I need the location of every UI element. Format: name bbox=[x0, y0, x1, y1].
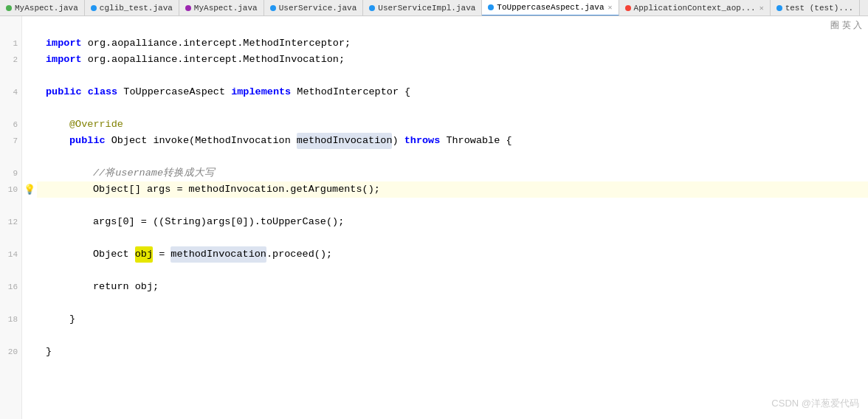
code-text: } bbox=[46, 344, 52, 360]
ln-15 bbox=[0, 263, 21, 279]
keyword-public2: public bbox=[69, 133, 106, 149]
ln-13 bbox=[0, 230, 21, 246]
editor-area: 1 2 4 6 7 9 10 12 14 16 18 20 bbox=[0, 16, 868, 419]
code-editor[interactable]: 圈 英 入 import org.aopalliance.intercept.M… bbox=[37, 16, 868, 419]
code-line-20: } bbox=[37, 344, 868, 360]
tab-dot bbox=[91, 5, 97, 11]
gutter-icons: 💡 bbox=[22, 16, 37, 419]
icon-7 bbox=[22, 133, 37, 149]
ln-4: 4 bbox=[0, 84, 21, 100]
code-line-5 bbox=[37, 100, 868, 117]
var-methodinvocation2: methodInvocation bbox=[170, 246, 266, 263]
icon-9 bbox=[22, 165, 37, 181]
icon-3 bbox=[22, 68, 37, 84]
tab-touppercaseaspect[interactable]: ToUppercaseAspect.java ✕ bbox=[482, 0, 619, 16]
icon-17 bbox=[22, 295, 37, 311]
lightbulb-icon: 💡 bbox=[24, 184, 35, 195]
code-line-blank-top bbox=[37, 19, 868, 35]
tab-label: MyAspect.java bbox=[15, 4, 78, 13]
code-line-19 bbox=[37, 328, 868, 344]
keyword-public: public bbox=[46, 84, 82, 100]
annotation-override: @Override bbox=[69, 117, 123, 133]
tab-close-icon[interactable]: ✕ bbox=[760, 4, 764, 13]
code-text: ToUppercaseAspect bbox=[117, 84, 231, 100]
code-text: Throwable { bbox=[440, 133, 512, 149]
tab-dot bbox=[488, 4, 494, 10]
code-line-6: @Override bbox=[37, 117, 868, 133]
tab-dot bbox=[776, 5, 782, 11]
tab-label: test (test)... bbox=[785, 4, 853, 13]
icon-2 bbox=[22, 52, 37, 68]
ln-20: 20 bbox=[0, 344, 21, 360]
tab-cglib[interactable]: cglib_test.java bbox=[85, 0, 179, 16]
code-line-10: Object[] args = methodInvocation.getArgu… bbox=[37, 181, 868, 198]
ln-21 bbox=[0, 360, 21, 376]
ln-empty bbox=[0, 19, 21, 35]
ln-14: 14 bbox=[0, 246, 21, 263]
code-text: Object[] args = methodInvocation.getArgu… bbox=[93, 181, 380, 198]
code-text: args[0] = ((String)args[0]).toUpperCase(… bbox=[93, 214, 344, 230]
tab-label: ToUppercaseAspect.java bbox=[497, 3, 604, 12]
tab-dot bbox=[6, 5, 12, 11]
param-methodinvocation: methodInvocation bbox=[297, 133, 393, 149]
icon-empty bbox=[22, 19, 37, 35]
code-line-4: public class ToUppercaseAspect implement… bbox=[37, 84, 868, 100]
ln-9: 9 bbox=[0, 165, 21, 181]
ln-1: 1 bbox=[0, 35, 21, 52]
ln-6: 6 bbox=[0, 117, 21, 133]
tab-dot bbox=[270, 5, 276, 11]
tab-userserviceimpl[interactable]: UserServiceImpl.java bbox=[363, 0, 482, 16]
icon-4 bbox=[22, 84, 37, 100]
tab-label: UserServiceImpl.java bbox=[378, 4, 475, 13]
tab-label: UserService.java bbox=[279, 4, 357, 13]
code-line-13 bbox=[37, 230, 868, 246]
icon-1 bbox=[22, 35, 37, 52]
code-text: .proceed(); bbox=[266, 246, 332, 263]
ln-5 bbox=[0, 100, 21, 117]
tab-close-icon[interactable]: ✕ bbox=[608, 3, 613, 12]
ln-3 bbox=[0, 68, 21, 84]
ln-16: 16 bbox=[0, 279, 21, 295]
code-line-16: return obj; bbox=[37, 279, 868, 295]
tab-myaspect2[interactable]: MyAspect.java bbox=[179, 0, 264, 16]
tab-dot bbox=[185, 5, 191, 11]
code-line-7: public Object invoke(MethodInvocation me… bbox=[37, 133, 868, 149]
code-text: MethodInterceptor { bbox=[291, 84, 410, 100]
code-text: } bbox=[69, 311, 75, 328]
icon-15 bbox=[22, 263, 37, 279]
ln-7: 7 bbox=[0, 133, 21, 149]
ln-10: 10 bbox=[0, 181, 21, 198]
keyword-implements: implements bbox=[231, 84, 291, 100]
tab-bar: MyAspect.java cglib_test.java MyAspect.j… bbox=[0, 0, 868, 16]
icon-11 bbox=[22, 198, 37, 214]
keyword-throws: throws bbox=[404, 133, 441, 149]
watermark-text: CSDN @洋葱爱代码 bbox=[771, 397, 859, 410]
code-line-14: Object obj = methodInvocation .proceed()… bbox=[37, 246, 868, 263]
right-panel-text: 圈 英 入 bbox=[830, 19, 862, 32]
ln-8 bbox=[0, 149, 21, 165]
icon-13 bbox=[22, 230, 37, 246]
gutter: 1 2 4 6 7 9 10 12 14 16 18 20 bbox=[0, 16, 37, 419]
tab-userservice[interactable]: UserService.java bbox=[264, 0, 364, 16]
icon-6 bbox=[22, 117, 37, 133]
tab-myaspect1[interactable]: MyAspect.java bbox=[0, 0, 85, 16]
keyword-import: import bbox=[46, 35, 82, 52]
code-line-3 bbox=[37, 68, 868, 84]
code-line-8 bbox=[37, 149, 868, 165]
tab-applicationcontext[interactable]: ApplicationContext_aop... ✕ bbox=[619, 0, 771, 16]
code-line-1: import org.aopalliance.intercept.MethodI… bbox=[37, 35, 868, 52]
code-text: return obj; bbox=[93, 279, 159, 295]
ln-18: 18 bbox=[0, 311, 21, 328]
code-text: Object invoke(MethodInvocation bbox=[106, 133, 297, 149]
code-line-11 bbox=[37, 198, 868, 214]
code-text: org.aopalliance.intercept.MethodIntercep… bbox=[82, 35, 351, 52]
code-text: org.aopalliance.intercept.MethodInvocati… bbox=[82, 52, 345, 68]
keyword-class: class bbox=[88, 84, 118, 100]
icon-10-lightbulb[interactable]: 💡 bbox=[22, 181, 37, 198]
icon-12 bbox=[22, 214, 37, 230]
icon-21 bbox=[22, 360, 37, 376]
line-numbers: 1 2 4 6 7 9 10 12 14 16 18 20 bbox=[0, 16, 22, 419]
tab-test[interactable]: test (test)... bbox=[771, 0, 860, 16]
code-text: = bbox=[153, 246, 170, 263]
tab-dot bbox=[625, 5, 631, 11]
